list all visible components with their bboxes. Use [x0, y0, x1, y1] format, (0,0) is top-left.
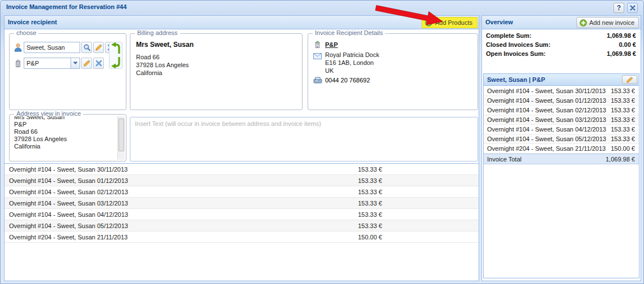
sum-row: Complete Sum: 1,069.98 €	[482, 32, 641, 41]
pencil-icon	[95, 43, 103, 51]
invoice-item-amount: 153.33 €	[358, 189, 382, 195]
help-icon: ?	[617, 4, 621, 12]
invoice-item-amount: 153.33 €	[358, 177, 382, 184]
address-view-line: Mrs Sweet, Susan	[14, 116, 116, 121]
billing-address-line: Road 66	[136, 53, 189, 61]
company-clear-button[interactable]	[93, 58, 104, 69]
x-icon	[95, 60, 102, 67]
address-view-line: California	[14, 143, 116, 150]
invoice-management-window: Invoice Management for Reservation #44 ?…	[0, 0, 644, 284]
pencil-icon	[626, 76, 633, 84]
invoice-item-row[interactable]: Overnight #204 - Sweet, Susan 21/11/2013…	[5, 231, 479, 243]
add-products-label: Add Products	[435, 19, 472, 26]
overview-title: Overview	[485, 19, 513, 25]
billing-address-line: California	[136, 69, 189, 77]
fax-icon	[313, 75, 322, 85]
guest-name-input[interactable]	[24, 42, 80, 53]
window-help-button[interactable]: ?	[614, 3, 624, 13]
invoice-item-row[interactable]: Overnight #104 - Sweet, Susan 02/12/2013…	[5, 186, 479, 198]
invoice-item-row[interactable]: Overnight #104 - Sweet, Susan 03/12/2013…	[5, 198, 479, 209]
invoice-line-row[interactable]: Overnight #104 - Sweet, Susan 03/12/2013…	[484, 115, 639, 125]
sum-value: 1,069.98 €	[607, 50, 636, 57]
invoice-item-row[interactable]: Overnight #104 - Sweet, Susan 05/12/2013…	[5, 220, 479, 231]
choose-fieldset: choose	[9, 33, 126, 110]
sum-value: 1,069.98 €	[607, 32, 636, 39]
invoice-line-label: Overnight #104 - Sweet, Susan 01/12/2013	[487, 97, 606, 104]
edit-invoice-button[interactable]	[622, 75, 637, 84]
invoice-line-label: Overnight #104 - Sweet, Susan 03/12/2013	[487, 116, 606, 123]
recipient-phone: 0044 20 768692	[325, 77, 370, 84]
company-combo-input[interactable]	[24, 58, 71, 69]
guest-icon	[13, 43, 23, 53]
overview-sums: Complete Sum: 1,069.98 € Closed Invoices…	[482, 29, 641, 59]
invoice-line-label: Overnight #104 - Sweet, Susan 30/11/2013	[487, 88, 606, 94]
invoice-line-amount: 153.33 €	[611, 97, 635, 104]
invoice-line-label: Overnight #204 - Sweet, Susan 21/11/2013	[487, 145, 606, 152]
company-icon	[313, 40, 322, 49]
invoice-line-amount: 153.33 €	[611, 136, 635, 142]
invoice-item-label: Overnight #104 - Sweet, Susan 05/12/2013	[9, 222, 128, 229]
address-view-line: P&P	[14, 121, 116, 128]
add-new-invoice-button[interactable]: Add new invoice	[576, 17, 639, 28]
invoice-line-amount: 153.33 €	[611, 126, 635, 133]
invoice-line-row[interactable]: Overnight #104 - Sweet, Susan 04/12/2013…	[484, 125, 639, 134]
address-view-lines: Mrs Sweet, SusanP&PRoad 6637928 Los Ange…	[14, 116, 116, 150]
invoice-line-row[interactable]: Overnight #104 - Sweet, Susan 02/12/2013…	[484, 106, 639, 115]
company-dropdown-trigger[interactable]	[71, 58, 80, 69]
guest-search-button[interactable]	[81, 42, 92, 53]
address-view-fieldset: Address view in invoice Mrs Sweet, Susan…	[9, 114, 126, 161]
window-close-button[interactable]	[627, 3, 638, 13]
company-icon	[13, 59, 23, 68]
invoice-item-label: Overnight #104 - Sweet, Susan 04/12/2013	[9, 211, 128, 218]
invoice-item-amount: 153.33 €	[358, 211, 382, 218]
invoice-section-header: Sweet, Susan | P&P	[484, 74, 639, 86]
invoice-item-row[interactable]: Overnight #104 - Sweet, Susan 01/12/2013…	[5, 175, 479, 186]
company-edit-button[interactable]	[81, 58, 92, 69]
invoice-line-row[interactable]: Overnight #104 - Sweet, Susan 05/12/2013…	[484, 134, 639, 144]
recipient-address-lines: Royal Patricia DockE16 1AB, LondonUK	[325, 51, 379, 75]
sum-row: Closed Invoices Sum: 0.00 €	[482, 41, 641, 50]
search-icon	[83, 43, 91, 51]
insert-text-input[interactable]	[130, 117, 478, 161]
plus-icon	[580, 19, 587, 27]
invoice-items-table: Overnight #104 - Sweet, Susan 30/11/2013…	[5, 163, 479, 243]
billing-address-lines: Road 6637928 Los AngelesCalifornia	[136, 53, 189, 77]
invoice-line-amount: 150.00 €	[611, 145, 635, 152]
add-products-button[interactable]: Add Products	[422, 17, 477, 28]
invoice-total-amount: 1,069.98 €	[606, 156, 635, 163]
sum-label: Open Invoices Sum:	[486, 50, 546, 57]
invoice-item-row[interactable]: Overnight #104 - Sweet, Susan 30/11/2013…	[5, 164, 479, 175]
invoice-line-row[interactable]: Overnight #204 - Sweet, Susan 21/11/2013…	[484, 144, 639, 154]
swap-recipient-button[interactable]	[109, 42, 122, 69]
overview-panel: Overview ? Add new invoice Complete Sum:…	[481, 15, 641, 281]
sum-label: Complete Sum:	[486, 32, 532, 39]
address-view-line: 37928 Los Angeles	[14, 136, 116, 143]
address-view-scrollbar[interactable]	[117, 116, 125, 160]
window-titlebar: Invoice Management for Reservation #44 ?	[1, 1, 643, 14]
invoice-line-label: Overnight #104 - Sweet, Susan 04/12/2013	[487, 126, 606, 133]
sum-label: Closed Invoices Sum:	[486, 41, 550, 48]
billing-address-legend: Billing address	[135, 29, 180, 36]
sum-value: 0.00 €	[619, 41, 636, 48]
scrollbar-thumb[interactable]	[119, 119, 124, 151]
choose-legend: choose	[14, 29, 38, 36]
guest-edit-button[interactable]	[93, 42, 104, 53]
invoice-recipient-panel: Invoice recipient Add Products choose	[4, 15, 479, 281]
invoice-recipient-header: Invoice recipient Add Products	[5, 16, 479, 29]
recipient-company-link[interactable]: P&P	[325, 41, 338, 48]
overview-header: Overview ? Add new invoice	[482, 16, 641, 29]
invoice-line-label: Overnight #104 - Sweet, Susan 05/12/2013	[487, 136, 606, 142]
invoice-line-row[interactable]: Overnight #104 - Sweet, Susan 01/12/2013…	[484, 96, 639, 106]
invoice-item-label: Overnight #104 - Sweet, Susan 01/12/2013	[9, 177, 128, 184]
invoice-recipient-body: choose	[5, 29, 479, 281]
address-view-textarea[interactable]: Mrs Sweet, SusanP&PRoad 6637928 Los Ange…	[11, 116, 125, 160]
recipient-address-line: UK	[325, 67, 379, 75]
sum-row: Open Invoices Sum: 1,069.98 €	[482, 50, 641, 59]
invoice-item-row[interactable]: Overnight #104 - Sweet, Susan 04/12/2013…	[5, 209, 479, 220]
invoice-section-title: Sweet, Susan | P&P	[487, 76, 545, 83]
billing-address-line: 37928 Los Angeles	[136, 61, 189, 69]
invoice-line-row[interactable]: Overnight #104 - Sweet, Susan 30/11/2013…	[484, 86, 639, 96]
invoice-item-label: Overnight #104 - Sweet, Susan 30/11/2013	[9, 166, 128, 173]
invoice-item-amount: 150.00 €	[358, 234, 382, 241]
invoice-item-amount: 153.33 €	[358, 200, 382, 207]
